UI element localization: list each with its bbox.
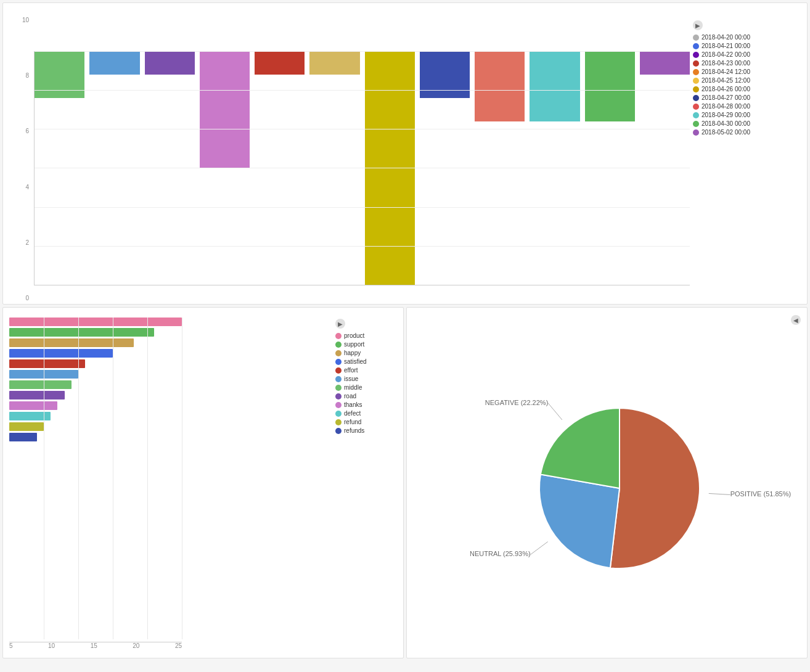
- pie-chart-container: POSITIVE (51.85%)NEUTRAL (25.93%)NEGATIV…: [413, 325, 801, 652]
- kw-bar-row: [9, 401, 329, 410]
- pie-slice-neutral: [539, 474, 620, 568]
- bar-2: [145, 51, 195, 75]
- sentiment-nav-left[interactable]: ◀: [791, 315, 801, 325]
- kw-bar-11: [9, 433, 37, 441]
- sentiment-panel: ◀ POSITIVE (51.85%)NEUTRAL (25.93%)NEGAT…: [406, 307, 808, 658]
- bar-5: [309, 51, 359, 75]
- bar-11: [640, 51, 690, 75]
- kw-bar-10: [9, 422, 44, 431]
- pie-chart: POSITIVE (51.85%)NEUTRAL (25.93%)NEGATIV…: [478, 365, 737, 612]
- legend-item: 2018-04-30 00:00: [693, 120, 798, 127]
- kw-legend-item: middle: [335, 384, 397, 391]
- legend-item: 2018-04-29 00:00: [693, 112, 798, 118]
- keywords-panel: ▶ productsupporthappysatisfiedeffortissu…: [2, 307, 404, 658]
- kw-bar-row: [9, 328, 329, 337]
- bar-10: [585, 51, 635, 121]
- bar-1: [89, 51, 139, 75]
- kw-bar-row: [9, 391, 329, 400]
- kw-bar-row: [9, 359, 329, 368]
- legend-item: 2018-04-26 00:00: [693, 86, 798, 92]
- legend-item: 2018-04-22 00:00: [693, 51, 798, 58]
- kw-legend-item: refund: [335, 419, 397, 425]
- pie-label-positive: POSITIVE (51.85%): [730, 490, 790, 498]
- kw-legend-item: thanks: [335, 401, 397, 408]
- legend-item: 2018-04-24 12:00: [693, 68, 798, 75]
- kw-legend: ▶ productsupporthappysatisfiedeffortissu…: [329, 318, 397, 639]
- kw-legend-item: refunds: [335, 427, 397, 434]
- legend-nav-right[interactable]: ▶: [693, 20, 703, 30]
- kw-legend-item: satisfied: [335, 358, 397, 365]
- pie-label-line-0: [708, 493, 730, 494]
- kw-bar-row: [9, 412, 329, 420]
- kw-bar-row: [9, 422, 329, 431]
- kw-legend-item: happy: [335, 350, 397, 356]
- kw-bar-7: [9, 391, 65, 400]
- kw-legend-nav[interactable]: ▶: [335, 319, 345, 329]
- kw-bar-5: [9, 370, 78, 379]
- kw-legend-item: defect: [335, 410, 397, 417]
- legend-item: 2018-04-27 00:00: [693, 94, 798, 101]
- legend-item: 2018-04-23 00:00: [693, 60, 798, 67]
- kw-legend-item: support: [335, 341, 397, 348]
- pie-slice-negative: [540, 408, 619, 488]
- kw-bar-9: [9, 412, 51, 420]
- bar-0: [35, 51, 84, 98]
- kw-bar-1: [9, 328, 154, 337]
- bar-7: [420, 51, 470, 98]
- calls-per-day-panel: 0246810 ▶ 2018-04-20 00:002018-04-21 00:…: [2, 2, 808, 305]
- kw-bar-3: [9, 349, 113, 358]
- pie-label-line-1: [530, 542, 547, 555]
- top-legend: ▶ 2018-04-20 00:002018-04-21 00:002018-0…: [690, 13, 801, 298]
- kw-bar-6: [9, 380, 72, 389]
- kw-legend-item: road: [335, 393, 397, 400]
- bar-4: [255, 51, 305, 75]
- pie-label-line-2: [548, 403, 562, 420]
- kw-bar-8: [9, 401, 57, 410]
- kw-legend-item: product: [335, 332, 397, 339]
- kw-bar-4: [9, 359, 85, 368]
- bar-3: [200, 51, 250, 168]
- kw-bar-row: [9, 380, 329, 389]
- kw-bar-row: [9, 349, 329, 358]
- legend-item: 2018-04-21 00:00: [693, 43, 798, 49]
- kw-bar-2: [9, 338, 134, 347]
- kw-legend-item: issue: [335, 375, 397, 382]
- bar-8: [475, 51, 525, 121]
- legend-item: 2018-04-20 00:00: [693, 34, 798, 41]
- kw-bar-0: [9, 318, 182, 326]
- kw-legend-item: effort: [335, 367, 397, 374]
- kw-bar-row: [9, 433, 329, 441]
- pie-slice-positive: [610, 408, 699, 568]
- kw-bar-row: [9, 370, 329, 379]
- legend-item: 2018-04-25 12:00: [693, 77, 798, 84]
- pie-label-neutral: NEUTRAL (25.93%): [469, 550, 530, 557]
- bar-6: [365, 51, 415, 285]
- bar-9: [530, 51, 579, 121]
- legend-item: 2018-04-28 00:00: [693, 103, 798, 110]
- pie-label-negative: NEGATIVE (22.22%): [485, 399, 548, 406]
- kw-bar-row: [9, 338, 329, 347]
- kw-bar-row: [9, 318, 329, 326]
- legend-item: 2018-05-02 00:00: [693, 129, 798, 136]
